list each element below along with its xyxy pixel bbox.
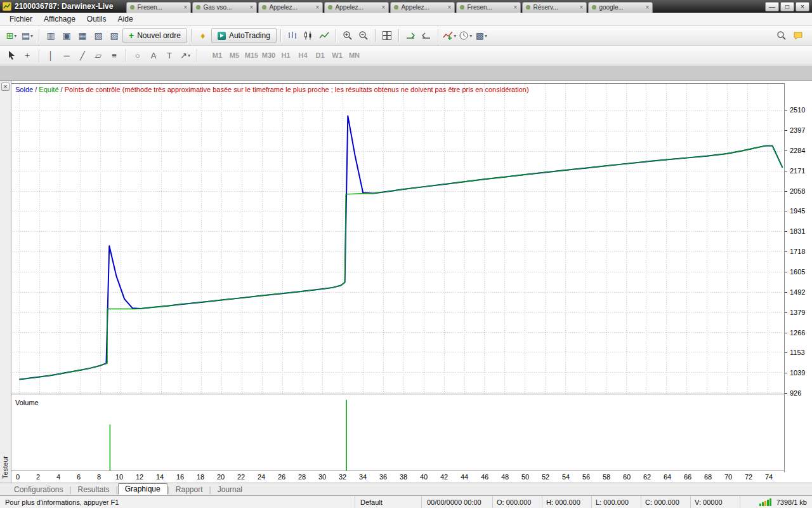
tab-close-icon[interactable]: × [316,4,320,11]
text-label-button[interactable]: T [162,48,177,63]
crosshair-button[interactable]: ＋ [20,48,35,63]
terminal-button[interactable]: ▧ [91,28,106,43]
tab-close-icon[interactable]: × [448,4,452,11]
timeframe-m15[interactable]: M15 [243,51,260,59]
styles-button[interactable]: ♦ [195,28,211,43]
time-scale-label: 50 [517,473,534,481]
timeframe-m5[interactable]: M5 [226,51,243,59]
balance-equity-chart[interactable] [11,83,784,394]
navigator-icon: ▦ [78,30,86,41]
new-chart-button[interactable]: ⊞▾ [4,28,19,43]
browser-tab[interactable]: Appelez...× [390,2,455,13]
browser-tab[interactable]: Fresen...× [126,2,191,13]
time-scale-label: 8 [91,473,107,481]
templates-icon: ▩ [476,30,484,41]
price-scale-tick [785,191,787,192]
volume-chart[interactable] [11,396,784,471]
auto-scroll-button[interactable] [403,28,418,43]
menu-outils[interactable]: Outils [81,13,112,25]
time-scale-label: 62 [639,473,655,481]
strategy-tester-button[interactable]: ▨ [107,28,122,43]
market-watch-button[interactable]: ▥ [43,28,58,43]
text-button[interactable]: A [146,48,161,63]
tab-favicon-icon [460,5,464,10]
new-order-button[interactable]: + Nouvel ordre [122,28,187,43]
timeframe-mn[interactable]: MN [346,51,363,59]
timeframe-h4[interactable]: H4 [294,51,311,59]
data-window-button[interactable]: ▣ [59,28,74,43]
tester-close-button[interactable]: × [1,83,10,91]
tab-close-icon[interactable]: × [184,4,188,11]
indicators-button[interactable]: ▾ [442,28,457,43]
tester-tab-journal[interactable]: Journal [211,485,249,495]
tester-tab-graphique[interactable]: Graphique [118,483,167,495]
chat-icon[interactable] [793,30,803,41]
time-scale-label: 52 [537,473,554,481]
chart-bars-button[interactable] [285,28,300,43]
zoom-in-button[interactable] [340,28,355,43]
maximize-button[interactable]: □ [780,2,794,11]
periods-button[interactable]: ▾ [458,28,473,43]
browser-tab[interactable]: Fresen...× [456,2,521,13]
tile-windows-button[interactable] [379,28,395,43]
browser-tab[interactable]: Gas vso...× [192,2,257,13]
trendline-button[interactable]: ╱ [75,48,90,63]
legend-part: / [59,86,65,93]
tester-tab-resultats[interactable]: Resultats [72,485,116,495]
time-scale-label: 0 [10,473,26,481]
price-scale-tick [785,150,787,151]
cursor-button[interactable] [4,48,19,63]
timeframe-m1[interactable]: M1 [209,51,226,59]
timeframe-m30[interactable]: M30 [260,51,277,59]
browser-tab[interactable]: Appelez...× [324,2,389,13]
tab-close-icon[interactable]: × [514,4,518,11]
toolbar-line-studies: ＋ │ ─ ╱ ▱ ≡ ○ A T ↗▾ M1M5M15M30H1H4D1W1M… [0,46,812,65]
tab-close-icon[interactable]: × [382,4,386,11]
horizontal-line-button[interactable]: ─ [59,48,74,63]
shapes-button[interactable]: ○ [130,48,145,63]
arrows-button[interactable]: ↗▾ [178,48,193,63]
tab-close-icon[interactable]: × [646,4,650,11]
timeframe-h1[interactable]: H1 [277,51,294,59]
profiles-button[interactable]: ▤▾ [20,28,35,43]
browser-tab[interactable]: Réserv...× [522,2,587,13]
chart-candles-button[interactable] [301,28,316,43]
chart-shift-button[interactable] [419,28,434,43]
menu-aide[interactable]: Aide [112,13,139,25]
status-profile[interactable]: Default [355,496,422,508]
templates-button[interactable]: ▩▾ [474,28,489,43]
search-icon[interactable] [776,30,787,41]
close-button[interactable]: × [796,2,809,11]
navigator-button[interactable]: ▦ [75,28,90,43]
toolbar-separator [375,29,376,42]
chart-line-button[interactable] [317,28,332,43]
menu-affichage[interactable]: Affichage [38,13,81,25]
time-scale-label: 42 [436,473,452,481]
chevron-down-icon: ▾ [454,33,456,39]
tab-close-icon[interactable]: × [580,4,584,11]
tester-tab-configurations[interactable]: Configurations [8,485,69,495]
time-scale-label: 16 [172,473,188,481]
chevron-down-icon: ▾ [188,53,190,58]
minimize-button[interactable]: — [765,2,779,11]
vertical-line-button[interactable]: │ [43,48,58,63]
timeframe-w1[interactable]: W1 [329,51,346,59]
tester-tab-rapport[interactable]: Rapport [169,485,209,495]
price-scale-label: 1266 [790,329,805,337]
zoom-out-button[interactable] [356,28,371,43]
price-scale-label: 1153 [790,349,805,356]
volume-label: Volume [15,399,39,406]
autotrading-button[interactable]: AutoTrading [211,28,277,43]
channel-button[interactable]: ▱ [91,48,106,63]
status-field: H: 000.000 [542,496,592,508]
menu-fichier[interactable]: Fichier [4,13,38,25]
time-scale-label: 40 [416,473,432,481]
timeframe-d1[interactable]: D1 [311,51,329,59]
fibonacci-button[interactable]: ≡ [107,48,122,63]
tab-close-icon[interactable]: × [250,4,254,11]
cursor-icon [6,50,16,60]
price-scale-tick [785,312,787,313]
autotrading-icon [218,32,226,40]
browser-tab[interactable]: Appelez...× [258,2,323,13]
browser-tab[interactable]: google...× [588,2,653,13]
